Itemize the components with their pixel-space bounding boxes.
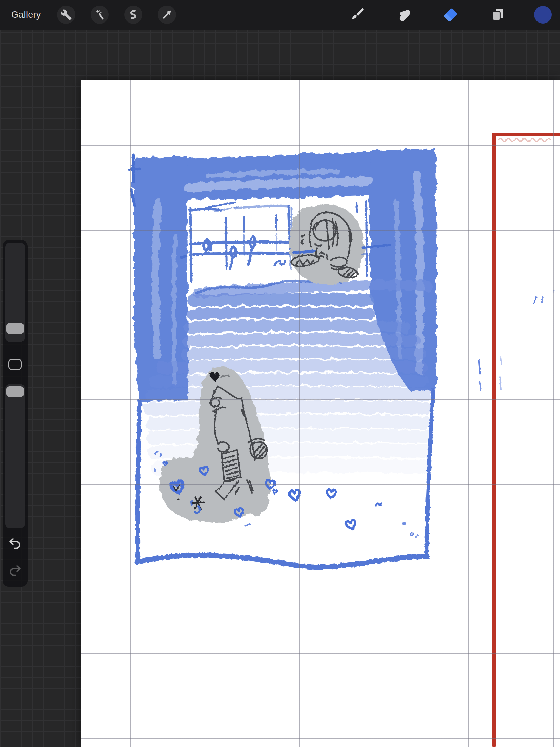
cutout-cat <box>290 205 365 285</box>
paint-tool-button[interactable] <box>348 6 366 24</box>
magic-wand-icon <box>94 9 105 21</box>
color-swatch-icon <box>534 6 552 24</box>
paintbrush-icon <box>350 7 365 22</box>
eraser-icon <box>443 7 458 23</box>
undo-arrow-icon <box>8 546 23 551</box>
gallery-button[interactable]: Gallery <box>11 0 41 30</box>
red-margin-line <box>492 133 560 747</box>
adjustments-button[interactable] <box>91 6 109 24</box>
smudge-tool-button[interactable] <box>395 6 412 24</box>
erase-tool-button[interactable] <box>441 6 459 24</box>
toolbar: Gallery <box>0 0 560 30</box>
artwork-layer <box>81 80 560 747</box>
wrench-icon <box>60 9 72 21</box>
tool-sidebar <box>3 240 28 587</box>
s-curve-icon <box>128 9 139 21</box>
procreate-app: { "toolbar": { "gallery_label": "Gallery… <box>0 0 560 747</box>
smudge-finger-icon <box>396 7 411 22</box>
layers-button[interactable] <box>489 6 507 24</box>
redo-button[interactable] <box>8 564 23 577</box>
arrow-cursor-icon <box>161 9 172 21</box>
actions-button[interactable] <box>57 6 75 24</box>
brush-opacity-slider[interactable] <box>5 384 25 529</box>
brush-opacity-handle[interactable] <box>6 386 24 397</box>
brush-size-handle[interactable] <box>6 323 24 334</box>
redo-arrow-icon <box>8 573 23 578</box>
layers-icon <box>490 7 505 22</box>
undo-button[interactable] <box>8 537 23 550</box>
transform-button[interactable] <box>158 6 176 24</box>
selection-button[interactable] <box>124 6 142 24</box>
modify-button[interactable] <box>8 359 22 370</box>
color-swatch-button[interactable] <box>534 6 552 24</box>
